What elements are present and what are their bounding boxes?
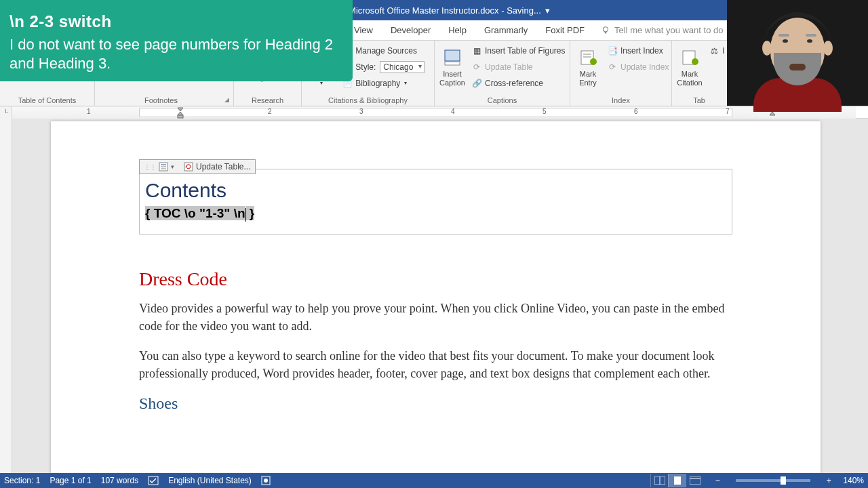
group-label-research: Research — [237, 94, 298, 106]
status-spellcheck[interactable] — [148, 476, 159, 485]
update-index-button[interactable]: ⟳Update Index — [604, 59, 671, 75]
mark-citation-icon — [679, 47, 701, 68]
svg-point-16 — [692, 58, 698, 65]
caption-text: I do not want to see page numbers for He… — [9, 35, 339, 73]
zoom-slider[interactable] — [736, 479, 810, 482]
web-layout-button[interactable] — [686, 474, 703, 487]
heading-shoes[interactable]: Shoes — [139, 394, 732, 413]
lightbulb-icon — [601, 26, 610, 35]
svg-point-29 — [264, 479, 268, 483]
toc-menu-caret[interactable]: ▾ — [171, 163, 174, 170]
web-layout-icon — [690, 476, 701, 485]
spellcheck-icon — [148, 476, 159, 485]
update-icon: ⟳ — [471, 62, 482, 73]
print-layout-icon — [673, 476, 682, 485]
insert-caption-button[interactable]: Insert Caption — [437, 43, 467, 92]
group-authorities: Mark Citation ⚖I Tab — [672, 41, 726, 106]
footnotes-dialog-launcher[interactable]: ◢ — [224, 96, 231, 103]
toc-grip-icon[interactable]: ⋮⋮ — [144, 163, 156, 171]
group-label-authorities: Tab — [675, 94, 724, 106]
presenter-webcam — [727, 0, 868, 106]
svg-rect-33 — [690, 476, 701, 485]
svg-rect-10 — [445, 62, 460, 65]
zoom-level[interactable]: 140% — [843, 476, 864, 485]
tell-me-placeholder: Tell me what you want to do — [614, 25, 723, 35]
status-page[interactable]: Page 1 of 1 — [50, 476, 91, 485]
ruler-track: 1 2 3 4 5 6 7 — [12, 106, 856, 119]
svg-rect-19 — [178, 115, 183, 118]
svg-marker-17 — [178, 108, 183, 111]
toc-icon — [159, 162, 168, 171]
tell-me-search[interactable]: Tell me what you want to do — [601, 25, 723, 35]
svg-marker-18 — [178, 112, 183, 115]
read-mode-icon — [654, 476, 665, 485]
crossref-icon: 🔗 — [471, 78, 482, 89]
status-macro[interactable] — [261, 476, 271, 485]
zoom-in-button[interactable]: + — [824, 476, 833, 485]
group-captions: Insert Caption ▦Insert Table of Figures … — [435, 41, 570, 106]
insert-index-icon: 📑 — [607, 45, 618, 56]
toc-heading[interactable]: Contents — [145, 179, 726, 202]
ruler-page-area — [139, 108, 732, 117]
style-dropdown[interactable]: Chicago — [380, 61, 425, 73]
zoom-out-button[interactable]: − — [713, 476, 722, 485]
status-words[interactable]: 107 words — [101, 476, 138, 485]
authorities-icon: ⚖ — [709, 45, 719, 56]
tab-grammarly[interactable]: Grammarly — [483, 22, 529, 38]
status-language[interactable]: English (United States) — [168, 476, 252, 485]
caption-overlay: \n 2-3 switch I do not want to see page … — [0, 0, 353, 81]
insert-table-figures-button[interactable]: ▦Insert Table of Figures — [469, 43, 568, 58]
group-label-footnotes: Footnotes◢ — [98, 94, 231, 106]
status-bar: Section: 1 Page 1 of 1 107 words English… — [0, 473, 868, 488]
cross-reference-button[interactable]: 🔗Cross-reference — [469, 75, 568, 91]
macro-icon — [261, 476, 271, 485]
update-table-icon — [184, 162, 193, 171]
figures-icon: ▦ — [471, 45, 482, 56]
status-section[interactable]: Section: 1 — [4, 476, 40, 485]
svg-rect-32 — [674, 476, 681, 485]
page: ⋮⋮ ▾ Update Table... Contents { TOC \o "… — [51, 121, 821, 473]
print-layout-button[interactable] — [668, 474, 686, 487]
group-index: Mark Entry 📑Insert Index ⟳Update Index I… — [570, 41, 672, 106]
read-mode-button[interactable] — [650, 474, 668, 487]
toc-control-tab[interactable]: ⋮⋮ ▾ Update Table... — [139, 159, 256, 174]
toc-content-control[interactable]: ⋮⋮ ▾ Update Table... Contents { TOC \o "… — [139, 169, 732, 235]
document-scroll-area[interactable]: ⋮⋮ ▾ Update Table... Contents { TOC \o "… — [12, 119, 868, 473]
view-buttons — [650, 474, 703, 487]
mark-citation-button[interactable]: Mark Citation — [675, 43, 705, 92]
horizontal-ruler[interactable]: └ 1 2 3 4 5 6 7 — [0, 106, 868, 119]
update-table-label[interactable]: Update Table... — [196, 162, 251, 171]
svg-point-14 — [590, 58, 597, 65]
tab-help[interactable]: Help — [447, 22, 468, 38]
heading-dress-code[interactable]: Dress Code — [139, 268, 732, 290]
paragraph[interactable]: You can also type a keyword to search on… — [139, 347, 732, 382]
zoom-thumb[interactable] — [781, 476, 786, 485]
svg-point-0 — [604, 26, 608, 31]
tab-selector[interactable]: └ — [0, 106, 12, 119]
paragraph[interactable]: Video provides a powerful way to help yo… — [139, 300, 732, 335]
group-label-captions: Captions — [437, 94, 567, 106]
caption-title: \n 2-3 switch — [9, 12, 339, 31]
tab-view[interactable]: View — [353, 22, 374, 38]
group-label-toc: Table of Contents — [3, 94, 92, 106]
indent-markers[interactable] — [176, 106, 184, 119]
insert-authorities-button[interactable]: ⚖I — [706, 43, 727, 58]
tab-developer[interactable]: Developer — [389, 22, 432, 38]
mark-entry-button[interactable]: Mark Entry — [573, 43, 603, 92]
group-label-index: Index — [573, 94, 669, 106]
svg-rect-9 — [445, 50, 460, 61]
tab-foxit[interactable]: Foxit PDF — [544, 22, 586, 38]
update-index-icon: ⟳ — [607, 62, 618, 73]
svg-rect-1 — [605, 31, 607, 33]
title-dropdown-caret[interactable]: ▾ — [545, 5, 550, 16]
group-label-citations: Citations & Bibliography — [304, 94, 431, 106]
caption-icon — [441, 47, 463, 68]
insert-index-button[interactable]: 📑Insert Index — [604, 43, 671, 58]
mark-entry-icon — [577, 47, 599, 68]
svg-marker-20 — [770, 112, 775, 115]
update-table-button[interactable]: ⟳Update Table — [469, 59, 568, 75]
vertical-ruler[interactable] — [0, 119, 12, 473]
toc-field-code[interactable]: { TOC \o "1-3" \n } — [145, 206, 726, 222]
